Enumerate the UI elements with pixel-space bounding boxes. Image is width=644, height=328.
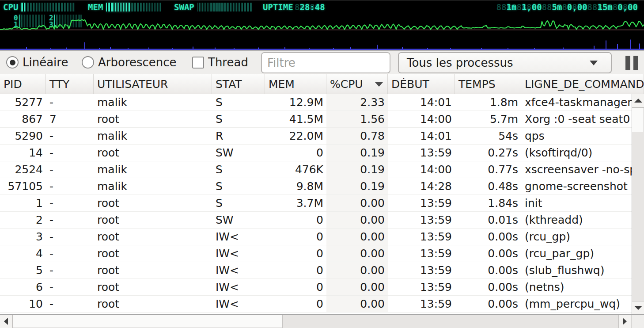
column-header-stat[interactable]: STAT	[212, 74, 265, 94]
process-row-pid-1[interactable]: 1-rootS3.7M0.0013:591.84sinit	[0, 195, 632, 212]
cell-d-but: 13:59	[388, 195, 455, 211]
column-header-tty[interactable]: TTY	[46, 74, 94, 94]
column-header-temps[interactable]: TEMPS	[455, 74, 521, 94]
process-row-pid-4[interactable]: 4-rootIW<00.0013:590.00s(rcu_par_gp)	[0, 245, 632, 262]
cell--cpu: 0.78	[326, 128, 388, 144]
cell-utilisateur: root	[94, 145, 212, 161]
column-header-label: DÉBUT	[391, 78, 429, 91]
cell-d-but: 13:59	[388, 262, 455, 278]
cell-pid: 5290	[0, 128, 46, 144]
arrow-down-icon	[634, 306, 642, 310]
column-header-label: UTILISATEUR	[97, 78, 168, 91]
checkbox-thread-label: Thread	[208, 56, 248, 69]
cell-tty: -	[46, 229, 94, 245]
checkbox-thread-icon[interactable]	[192, 57, 204, 69]
cell-mem: 0	[265, 229, 326, 245]
column-header--cpu[interactable]: %CPU	[326, 74, 388, 94]
cell-ligne-de-commande: xscreensaver -no-splash	[521, 161, 632, 178]
process-scope-select[interactable]: Tous les processus	[398, 52, 612, 73]
cell-utilisateur: root	[94, 245, 212, 262]
cell-tty: -	[46, 296, 94, 312]
process-row-pid-10[interactable]: 10-rootIW<00.0013:590.00s(mm_percpu_wq)	[0, 296, 632, 313]
column-header-label: PID	[4, 78, 22, 91]
process-row-pid-2[interactable]: 2-rootSW00.0013:590.01s(kthreadd)	[0, 212, 632, 229]
scroll-right-button[interactable]	[618, 315, 631, 328]
cell-utilisateur: root	[94, 111, 212, 127]
cell-ligne-de-commande: (rcu_gp)	[521, 229, 632, 245]
cell-utilisateur: malik	[94, 128, 212, 144]
cell-temps: 1.84s	[455, 195, 521, 211]
cell-temps: 0.00s	[455, 279, 521, 295]
scroll-up-button[interactable]	[632, 94, 644, 107]
process-row-pid-6[interactable]: 6-rootIW<00.0013:590.00s(netns)	[0, 279, 632, 296]
cell-pid: 3	[0, 229, 46, 245]
cell-temps: 54s	[455, 128, 521, 144]
cell-pid: 4	[0, 245, 46, 262]
process-row-pid-3[interactable]: 3-rootIW<00.0013:590.00s(rcu_gp)	[0, 229, 632, 245]
horizontal-scrollbar-thumb[interactable]	[12, 315, 283, 328]
cell-mem: 476K	[265, 161, 326, 178]
cell-tty: -	[46, 279, 94, 295]
cell-utilisateur: root	[94, 279, 212, 295]
cell-tty: -	[46, 245, 94, 262]
radio-arborescence-icon[interactable]	[82, 56, 94, 69]
cell-ligne-de-commande: (rcu_par_gp)	[521, 245, 632, 262]
cell-mem: 41.5M	[265, 111, 326, 127]
cell-d-but: 13:59	[388, 212, 455, 228]
cell-mem: 0	[265, 279, 326, 295]
cell-utilisateur: malik	[94, 161, 212, 178]
cell--cpu: 0.19	[326, 161, 388, 178]
cell-stat: SW	[212, 145, 265, 161]
checkbox-thread[interactable]: Thread	[192, 50, 248, 74]
scroll-left-button[interactable]	[0, 315, 12, 328]
horizontal-scrollbar[interactable]	[0, 314, 632, 328]
cell-stat: SW	[212, 212, 265, 228]
column-header-label: STAT	[216, 78, 242, 91]
process-table: 5277-malikS12.9M2.3314:011.8mxfce4-taskm…	[0, 94, 632, 314]
cell-temps: 1.8m	[455, 94, 521, 111]
vertical-scrollbar[interactable]	[632, 94, 644, 314]
cell--cpu: 0.00	[326, 245, 388, 262]
cell-ligne-de-commande: (netns)	[521, 279, 632, 295]
cell-temps: 5.7m	[455, 111, 521, 127]
table-header: PIDTTYUTILISATEURSTATMEM%CPUDÉBUTTEMPSLI…	[0, 74, 644, 94]
process-row-pid-2524[interactable]: 2524-malikS476K0.1914:000.77sxscreensave…	[0, 161, 632, 178]
cell-utilisateur: root	[94, 262, 212, 278]
cell-mem: 0	[265, 296, 326, 312]
radio-lineaire[interactable]: Linéaire	[6, 50, 68, 74]
process-row-pid-867[interactable]: 8677rootS41.5M1.5614:005.7mXorg :0 -seat…	[0, 111, 632, 128]
pause-icon	[625, 56, 630, 70]
process-row-pid-5290[interactable]: 5290-malikR22.0M0.7814:0154sqps	[0, 128, 632, 145]
cell-d-but: 14:28	[388, 178, 455, 195]
cell-mem: 0	[265, 212, 326, 228]
column-header-ligne-de-commande[interactable]: LIGNE_DE_COMMANDE	[521, 74, 644, 94]
radio-arborescence[interactable]: Arborescence	[82, 50, 177, 74]
column-header-pid[interactable]: PID	[0, 74, 46, 94]
cell-stat: IW<	[212, 245, 265, 262]
process-row-pid-14[interactable]: 14-rootSW00.1913:590.27s(ksoftirqd/0)	[0, 145, 632, 161]
qps-window: CPU MEM SWAP UPTIME 888888 28:48 8888888…	[0, 0, 644, 328]
cell--cpu: 0.19	[326, 178, 388, 195]
cell-mem: 0	[265, 262, 326, 278]
cell-d-but: 13:59	[388, 296, 455, 312]
cell-d-but: 13:59	[388, 245, 455, 262]
scroll-down-button[interactable]	[632, 301, 644, 314]
process-row-pid-57105[interactable]: 57105-malikS9.8M0.1914:280.48sgnome-scre…	[0, 178, 632, 195]
column-header-mem[interactable]: MEM	[265, 74, 326, 94]
process-row-pid-5277[interactable]: 5277-malikS12.9M2.3314:011.8mxfce4-taskm…	[0, 94, 632, 111]
cell-tty: -	[46, 212, 94, 228]
cell-tty: -	[46, 128, 94, 144]
cell-temps: 0.00s	[455, 296, 521, 312]
column-header-d-but[interactable]: DÉBUT	[388, 74, 455, 94]
cell-stat: S	[212, 111, 265, 127]
column-header-utilisateur[interactable]: UTILISATEUR	[94, 74, 212, 94]
cell-pid: 14	[0, 145, 46, 161]
process-row-pid-5[interactable]: 5-rootIW<00.0013:590.00s(slub_flushwq)	[0, 262, 632, 279]
cell-pid: 10	[0, 296, 46, 312]
cell-temps: 0.77s	[455, 161, 521, 178]
radio-lineaire-icon[interactable]	[6, 56, 19, 69]
filter-input[interactable]	[261, 52, 390, 73]
pause-button[interactable]	[622, 54, 641, 72]
vertical-scrollbar-thumb[interactable]	[632, 107, 644, 132]
cell-temps: 0.01s	[455, 212, 521, 228]
